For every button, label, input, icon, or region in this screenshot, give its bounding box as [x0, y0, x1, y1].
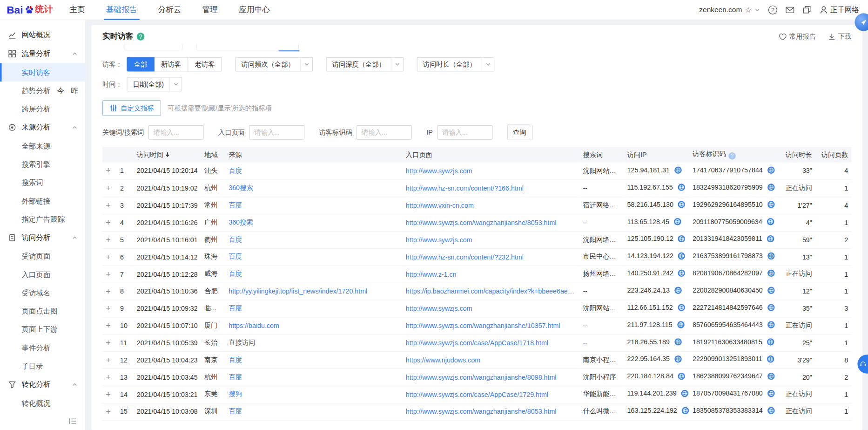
globe-icon[interactable]	[767, 218, 774, 227]
date-select[interactable]: 日期(全部)	[127, 77, 182, 91]
filter-select[interactable]: 访问频次（全部）	[235, 57, 313, 72]
entry-page-link[interactable]: http://www.sywzjs.com/wangzhanjianshe/80…	[406, 408, 557, 416]
globe-icon[interactable]	[767, 287, 775, 296]
globe-icon[interactable]	[677, 304, 685, 313]
expand-row-button[interactable]: +	[106, 235, 110, 244]
title-help-icon[interactable]: ?	[137, 33, 145, 41]
sidebar-group[interactable]: 流量分析	[0, 44, 85, 63]
sidebar-group[interactable]: 转化分析	[0, 375, 85, 394]
sidebar-item[interactable]: 受访域名	[0, 284, 85, 302]
visit-source[interactable]: 百度	[229, 407, 242, 416]
entry-page-link[interactable]: http://www.sywzjs.com	[406, 305, 472, 313]
globe-icon[interactable]	[678, 269, 686, 279]
sidebar-item[interactable]: 页面点击图	[0, 302, 85, 320]
globe-icon[interactable]	[678, 235, 686, 244]
sidebar-item[interactable]: 受访页面	[0, 247, 85, 265]
sidebar-item[interactable]: 趋势分析今昨	[0, 82, 85, 100]
help-icon[interactable]: ?	[768, 5, 777, 14]
expand-row-button[interactable]: +	[106, 218, 110, 227]
globe-icon[interactable]	[678, 252, 686, 261]
globe-icon[interactable]	[767, 321, 775, 330]
apps-icon[interactable]	[803, 6, 811, 14]
expand-row-button[interactable]: +	[106, 321, 110, 330]
sidebar-item[interactable]: 子目录	[0, 357, 85, 375]
visitor-segment-button[interactable]: 全部	[127, 57, 154, 72]
globe-icon[interactable]	[767, 372, 775, 382]
chevron-up-icon[interactable]	[72, 125, 78, 130]
visit-source[interactable]: 百度	[229, 235, 242, 244]
sidebar-item[interactable]: 实时访客	[0, 63, 85, 82]
globe-icon[interactable]	[767, 269, 775, 279]
globe-icon[interactable]	[678, 201, 686, 210]
globe-icon[interactable]	[767, 235, 774, 244]
visit-source[interactable]: https://baidu.com	[229, 322, 279, 330]
query-input[interactable]	[249, 125, 305, 140]
entry-page-link[interactable]: http://www.vxin-cn.com	[406, 202, 474, 210]
collapse-sidebar-button[interactable]	[68, 418, 76, 424]
visit-source[interactable]: 百度	[229, 166, 242, 176]
entry-page-link[interactable]: http://www.sywzjs.com	[406, 236, 472, 244]
nav-item[interactable]: 应用中心	[239, 0, 270, 20]
visit-source[interactable]: 百度	[229, 269, 242, 279]
expand-row-button[interactable]: +	[106, 406, 110, 416]
baidu-tongji-logo[interactable]: Bai 统计	[7, 4, 53, 16]
expand-row-button[interactable]: +	[106, 269, 110, 278]
chevron-up-icon[interactable]	[72, 51, 78, 56]
chevron-up-icon[interactable]	[72, 382, 78, 388]
globe-icon[interactable]	[674, 355, 682, 364]
visitor-segment-button[interactable]: 老访客	[188, 57, 222, 72]
visit-source[interactable]: http://yy.yilingkeji.top/list_news/index…	[229, 287, 367, 295]
mail-icon[interactable]	[786, 6, 794, 14]
globe-icon[interactable]	[767, 407, 775, 416]
visit-source[interactable]: 百度	[229, 355, 242, 364]
entry-page-link[interactable]: https://www.njudows.com	[406, 356, 480, 364]
sidebar-item[interactable]: 转化概况	[0, 394, 85, 412]
expand-row-button[interactable]: +	[106, 286, 110, 295]
sidebar-item[interactable]: 搜索词	[0, 173, 85, 191]
globe-icon[interactable]	[681, 389, 689, 399]
sidebar-item[interactable]: 跨屏分析	[0, 100, 85, 118]
sidebar-item[interactable]: 外部链接	[0, 192, 85, 210]
sort-desc-icon[interactable]	[165, 151, 170, 159]
query-input[interactable]	[437, 125, 492, 140]
expand-row-button[interactable]: +	[106, 166, 110, 175]
expand-row-button[interactable]: +	[106, 303, 110, 313]
entry-page-link[interactable]: http://www.hz-sn.com/content/?232.html	[406, 253, 524, 261]
entry-page-link[interactable]: http://www.sywzjs.com	[406, 167, 472, 175]
globe-icon[interactable]	[674, 287, 682, 296]
expand-row-button[interactable]: +	[106, 355, 110, 364]
visit-source[interactable]: 百度	[229, 372, 242, 382]
expand-row-button[interactable]: +	[106, 338, 110, 347]
visitor-id-help-icon[interactable]: ?	[728, 152, 735, 159]
globe-icon[interactable]	[674, 166, 682, 176]
globe-icon[interactable]	[767, 166, 775, 176]
visit-source[interactable]: 360搜索	[229, 218, 253, 227]
query-input[interactable]	[148, 125, 204, 140]
entry-page-link[interactable]: http://www.sywzjs.com/wangzhanjianshe/80…	[406, 219, 557, 227]
chevron-up-icon[interactable]	[72, 235, 78, 240]
expand-row-button[interactable]: +	[106, 372, 110, 382]
sidebar-item[interactable]: 指定广告跟踪	[0, 210, 85, 228]
sidebar-group[interactable]: 网站概况	[0, 26, 85, 44]
star-icon[interactable]: ☆	[745, 6, 752, 14]
visit-source[interactable]: 百度	[229, 304, 242, 313]
entry-page-link[interactable]: https://ip.baozhanmei.com/capacity/index…	[406, 287, 576, 295]
query-input[interactable]	[357, 125, 412, 140]
nav-item[interactable]: 管理	[202, 0, 218, 20]
entry-page-link[interactable]: http://www.z-1.cn	[406, 270, 457, 278]
query-button[interactable]: 查询	[507, 125, 532, 140]
sidebar-item[interactable]: 事件分析	[0, 339, 85, 357]
globe-icon[interactable]	[674, 338, 682, 348]
entry-page-link[interactable]: http://www.sywzjs.com/case/AppCase/1718.…	[406, 339, 548, 347]
globe-icon[interactable]	[681, 407, 689, 416]
entry-page-link[interactable]: http://www.sywzjs.com/case/AppCase/1729.…	[406, 390, 548, 398]
sidebar-item[interactable]: 全部来源	[0, 137, 85, 155]
sidebar-item[interactable]: 搜索引擎	[0, 155, 85, 173]
sidebar-group[interactable]: 访问分析	[0, 228, 85, 247]
sidebar-item[interactable]: 入口页面	[0, 266, 85, 284]
globe-icon[interactable]	[677, 184, 685, 193]
favorite-report-button[interactable]: 常用报告	[779, 32, 816, 41]
download-button[interactable]: 下载	[828, 32, 851, 41]
entry-page-link[interactable]: http://www.sywzjs.com/wangzhanjianshe/80…	[406, 374, 557, 382]
globe-icon[interactable]	[767, 338, 774, 348]
